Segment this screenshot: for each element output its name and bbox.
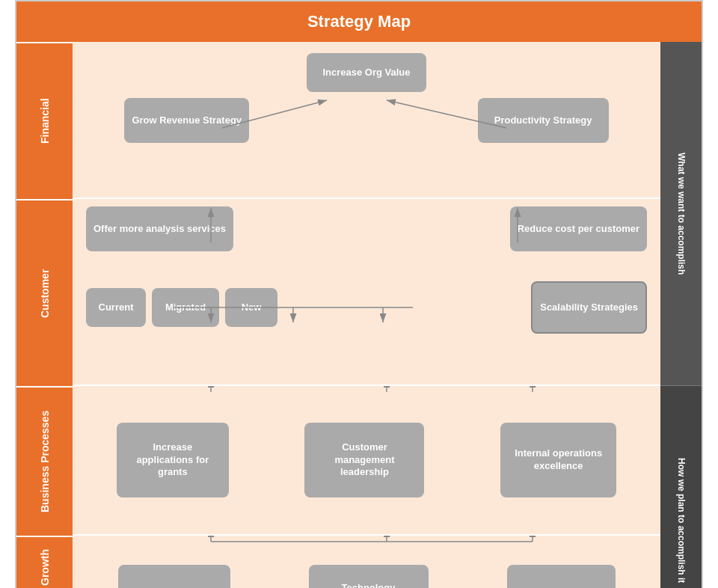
right-sidebar: What we want to accomplish How we plan t… bbox=[660, 42, 702, 588]
migrated-box: Migrated bbox=[152, 288, 219, 327]
left-sidebar: Financial Customer Business Processes Le… bbox=[16, 42, 73, 588]
right-label-plan: How we plan to accomplish it bbox=[660, 386, 702, 588]
title-bar: Strategy Map bbox=[16, 1, 702, 42]
customer-segments: Current Migrated New bbox=[86, 288, 277, 327]
right-label-accomplish: What we want to accomplish bbox=[660, 42, 702, 386]
climate-of-action-box: Climate of action bbox=[507, 565, 616, 588]
financial-bottom-row: Grow Revenue Strategy Productivity Strat… bbox=[79, 98, 654, 143]
technology-infrastructure-box: Technology infrastructure bbox=[309, 565, 429, 588]
financial-top-row: Increase Org Value bbox=[307, 49, 426, 92]
increase-applications-box: Increase applications for grants bbox=[117, 423, 229, 497]
customer-bottom-row: Current Migrated New Scalability Strateg… bbox=[79, 281, 654, 334]
learning-section: Staff development Technology infrastruct… bbox=[73, 536, 660, 588]
business-section: Increase applications for grants Custome… bbox=[73, 386, 660, 536]
left-label-financial: Financial bbox=[16, 42, 73, 199]
customer-section: Offer more analysis services Reduce cost… bbox=[73, 199, 660, 386]
current-box: Current bbox=[86, 288, 146, 327]
new-box: New bbox=[225, 288, 277, 327]
left-label-learning: Learning & Growth bbox=[16, 536, 73, 588]
increase-org-value-box: Increase Org Value bbox=[307, 53, 426, 92]
left-label-business: Business Processes bbox=[16, 386, 73, 536]
productivity-strategy-box: Productivity Strategy bbox=[478, 98, 609, 143]
customer-management-box: Customer management leadership bbox=[304, 423, 424, 497]
left-label-customer: Customer bbox=[16, 199, 73, 386]
main-grid: Financial Customer Business Processes Le… bbox=[16, 42, 702, 588]
financial-section: Increase Org Value Grow Revenue Strategy… bbox=[73, 42, 660, 199]
customer-top-row: Offer more analysis services Reduce cost… bbox=[79, 206, 654, 251]
offer-analysis-box: Offer more analysis services bbox=[86, 206, 233, 251]
staff-development-box: Staff development bbox=[118, 565, 230, 588]
page-title: Strategy Map bbox=[307, 12, 411, 31]
reduce-cost-box: Reduce cost per customer bbox=[510, 206, 647, 251]
grow-revenue-strategy-box: Grow Revenue Strategy bbox=[124, 98, 249, 143]
internal-operations-box: Internal operations excellence bbox=[500, 423, 616, 497]
content-area: Increase Org Value Grow Revenue Strategy… bbox=[73, 42, 660, 588]
strategy-map-container: Strategy Map Financial Customer Business… bbox=[15, 0, 703, 588]
scalability-strategies-box: Scalability Strategies bbox=[531, 281, 647, 334]
